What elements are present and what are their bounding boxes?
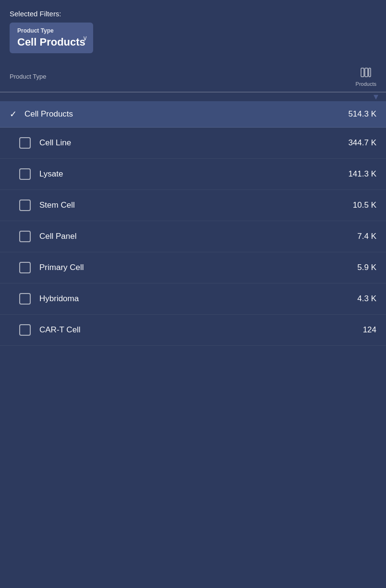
filter-item-hybridoma[interactable]: Hybridoma 4.3 K: [0, 283, 386, 315]
cell-line-count: 344.7 K: [348, 138, 376, 148]
hybridoma-label: Hybridoma: [39, 294, 357, 304]
selected-cell-products-row[interactable]: ✓ Cell Products 514.3 K: [0, 101, 386, 128]
checkbox-cell-panel[interactable]: [19, 231, 31, 242]
filter-dropdown-panel: Product Type Products ▾ ✓ Cell Products …: [0, 61, 386, 346]
checkbox-cell-line[interactable]: [19, 137, 31, 149]
svg-rect-2: [369, 68, 371, 77]
columns-icon: [359, 66, 373, 79]
cell-products-label: Cell Products: [24, 109, 348, 119]
selected-filters-header: Selected Filters:: [0, 0, 386, 23]
filter-item-primary-cell[interactable]: Primary Cell 5.9 K: [0, 252, 386, 283]
stem-cell-label: Stem Cell: [39, 200, 353, 210]
lysate-label: Lysate: [39, 169, 348, 179]
product-type-filter-chip[interactable]: Product Type Cell Products ∨: [10, 23, 93, 53]
cart-cell-label: CAR-T Cell: [39, 325, 363, 335]
dropdown-caret: ▾: [0, 92, 386, 101]
stem-cell-count: 10.5 K: [353, 200, 376, 210]
checkbox-lysate[interactable]: [19, 168, 31, 180]
filter-item-stem-cell[interactable]: Stem Cell 10.5 K: [0, 190, 386, 221]
dropdown-col-type-label: Product Type: [10, 73, 356, 80]
filter-item-cell-panel[interactable]: Cell Panel 7.4 K: [0, 221, 386, 252]
hybridoma-count: 4.3 K: [357, 294, 376, 304]
checkbox-hybridoma[interactable]: [19, 293, 31, 305]
cart-cell-count: 124: [363, 325, 376, 335]
checkbox-stem-cell[interactable]: [19, 200, 31, 211]
cell-line-label: Cell Line: [39, 138, 348, 148]
cell-panel-label: Cell Panel: [39, 232, 357, 241]
cell-products-count: 514.3 K: [348, 109, 376, 119]
checkmark-icon: ✓: [10, 109, 17, 119]
checkbox-cart-cell[interactable]: [19, 324, 31, 336]
svg-rect-1: [365, 68, 368, 77]
filter-chip-type-label: Product Type: [17, 27, 85, 34]
filter-item-cart-cell[interactable]: CAR-T Cell 124: [0, 315, 386, 346]
svg-rect-0: [361, 68, 364, 77]
dropdown-col-products-label: Products: [356, 81, 376, 87]
filter-overlay: Selected Filters: Product Type Cell Prod…: [0, 0, 386, 346]
chevron-down-icon: ∨: [83, 34, 87, 42]
lysate-count: 141.3 K: [348, 169, 376, 179]
checkbox-primary-cell[interactable]: [19, 262, 31, 273]
filter-item-lysate[interactable]: Lysate 141.3 K: [0, 159, 386, 190]
primary-cell-label: Primary Cell: [39, 263, 357, 272]
dropdown-col-header-row: Product Type Products: [0, 61, 386, 93]
dropdown-col-products: Products: [356, 66, 376, 87]
primary-cell-count: 5.9 K: [357, 263, 376, 272]
filter-chip-value-label: Cell Products: [17, 36, 85, 48]
cell-panel-count: 7.4 K: [357, 232, 376, 241]
filter-item-cell-line[interactable]: Cell Line 344.7 K: [0, 128, 386, 159]
